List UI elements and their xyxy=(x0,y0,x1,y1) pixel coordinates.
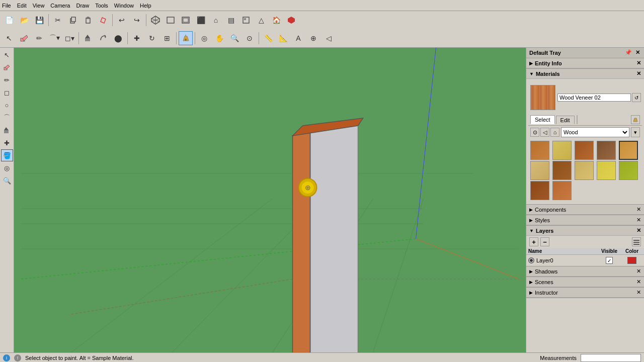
line-tool-left[interactable]: ✏ xyxy=(1,74,13,86)
swatch-7[interactable] xyxy=(552,161,572,180)
styles-header[interactable]: ▶ Styles ✕ xyxy=(526,215,644,225)
menu-camera[interactable]: Camera xyxy=(50,3,70,9)
scale-tool[interactable]: ⊞ xyxy=(160,31,174,45)
entity-info-close[interactable]: ✕ xyxy=(636,60,641,66)
layer-settings-button[interactable] xyxy=(632,237,641,246)
cut-button[interactable]: ✂ xyxy=(51,13,65,27)
swatch-8[interactable] xyxy=(575,161,594,180)
follow-me-tool[interactable] xyxy=(96,31,110,45)
ruby-button[interactable] xyxy=(284,13,298,27)
top-view-button[interactable]: ⬛ xyxy=(194,13,208,27)
swatch-2[interactable] xyxy=(552,141,572,160)
styles-close[interactable]: ✕ xyxy=(636,217,641,223)
menu-help[interactable]: Help xyxy=(140,3,151,9)
layer-color-0[interactable] xyxy=(627,257,636,264)
zoom-extent-tool[interactable]: ⊙ xyxy=(243,31,257,45)
swatch-12[interactable] xyxy=(552,181,572,200)
pan-tool[interactable]: ✋ xyxy=(212,31,226,45)
layers-header[interactable]: ▼ Layers ✕ xyxy=(526,226,644,236)
menu-tools[interactable]: Tools xyxy=(95,3,108,9)
erase-button[interactable] xyxy=(96,13,110,27)
mat-home-icon[interactable]: ⊙ xyxy=(530,128,539,137)
status-warning-icon[interactable]: ! xyxy=(14,354,21,361)
tab-select[interactable]: Select xyxy=(530,115,555,124)
layer-add-button[interactable]: + xyxy=(529,237,538,246)
scenes-header[interactable]: ▶ Scenes ✕ xyxy=(526,277,644,287)
select-tool-button[interactable]: ↖ xyxy=(2,31,16,45)
new-button[interactable]: 📄 xyxy=(2,13,16,27)
pencil-tool-button[interactable]: ✏ xyxy=(32,31,46,45)
swatch-9[interactable] xyxy=(597,161,616,180)
back-view-button[interactable] xyxy=(179,13,193,27)
mat-back-icon[interactable]: ◁ xyxy=(540,128,549,137)
tray-close-icon[interactable]: ✕ xyxy=(634,49,641,56)
save-button[interactable]: 💾 xyxy=(32,13,46,27)
home-button[interactable]: ⌂ xyxy=(209,13,223,27)
paste-button[interactable] xyxy=(81,13,95,27)
circle-tool-left[interactable]: ○ xyxy=(1,99,13,111)
rotate-tool[interactable]: ↻ xyxy=(145,31,159,45)
eraser-tool-button[interactable] xyxy=(17,31,31,45)
material-category-dropdown[interactable]: Wood Brick Concrete Glass Metal Stone xyxy=(561,127,629,137)
viewport[interactable]: ⊕ xyxy=(14,48,526,352)
menu-draw[interactable]: Draw xyxy=(76,3,89,9)
move-tool-left[interactable]: ✚ xyxy=(1,137,13,149)
instructor-close[interactable]: ✕ xyxy=(636,289,641,296)
redo-button[interactable]: ↪ xyxy=(130,13,144,27)
paint-tool-left[interactable]: 🪣 xyxy=(1,149,13,161)
scenes-close[interactable]: ✕ xyxy=(636,279,641,285)
swatch-1[interactable] xyxy=(530,141,549,160)
material-reload-btn[interactable]: ↺ xyxy=(632,93,641,102)
menu-edit[interactable]: Edit xyxy=(17,3,27,9)
copy-button[interactable] xyxy=(66,13,80,27)
axes-tool[interactable]: ⊕ xyxy=(306,31,320,45)
components-close[interactable]: ✕ xyxy=(636,206,641,213)
entity-info-header[interactable]: ▶ Entity Info ✕ xyxy=(526,58,644,68)
open-button[interactable]: 📂 xyxy=(17,13,31,27)
instructor-header[interactable]: ▶ Instructor ✕ xyxy=(526,288,644,298)
zoom-tool[interactable]: 🔍 xyxy=(227,31,242,45)
push-pull-tool[interactable] xyxy=(81,31,95,45)
layer-radio-0[interactable] xyxy=(528,257,534,263)
layer-checkbox-0[interactable]: ✓ xyxy=(606,257,613,264)
zoom-tool-left[interactable]: 🔍 xyxy=(1,174,13,187)
paint-tool-button[interactable] xyxy=(179,31,193,45)
swatch-3[interactable] xyxy=(575,141,594,160)
swatch-6[interactable] xyxy=(530,161,549,180)
orbit-tool-left[interactable]: ◎ xyxy=(1,162,13,174)
menu-view[interactable]: View xyxy=(33,3,45,9)
select-tool-left[interactable]: ↖ xyxy=(1,49,13,61)
undo-button[interactable]: ↩ xyxy=(115,13,129,27)
materials-close[interactable]: ✕ xyxy=(636,70,641,77)
geo-location-button[interactable]: △ xyxy=(254,13,268,27)
offset-tool[interactable]: ⬤ xyxy=(111,31,125,45)
tab-edit[interactable]: Edit xyxy=(556,116,575,124)
layer-delete-button[interactable]: − xyxy=(540,237,549,246)
swatch-4[interactable] xyxy=(597,141,616,160)
model-info-button[interactable] xyxy=(239,13,253,27)
rect-dropdown[interactable]: ◻▾ xyxy=(62,31,76,45)
measurements-input[interactable] xyxy=(581,354,641,362)
tab-paint-btn[interactable] xyxy=(631,115,640,124)
building-button[interactable]: 🏠 xyxy=(269,13,283,27)
pushpull-tool-left[interactable] xyxy=(1,124,13,136)
mat-dropdown-arrow[interactable]: ▾ xyxy=(631,127,640,137)
dimension-tool[interactable]: ◁ xyxy=(321,31,336,45)
materials-header[interactable]: ▼ Materials ✕ xyxy=(526,69,644,79)
status-info-icon[interactable]: i xyxy=(3,354,10,361)
mat-house-icon[interactable]: ⌂ xyxy=(550,128,559,137)
move-tool[interactable]: ✚ xyxy=(130,31,144,45)
tray-pin-icon[interactable]: 📌 xyxy=(625,49,632,56)
layers-close[interactable]: ✕ xyxy=(636,227,641,234)
shadows-close[interactable]: ✕ xyxy=(636,268,641,275)
rectangle-tool-left[interactable]: ◻ xyxy=(1,86,13,99)
orbit-tool[interactable]: ◎ xyxy=(197,31,211,45)
iso-view-button[interactable] xyxy=(148,13,163,27)
swatch-11[interactable] xyxy=(530,181,549,200)
shadows-header[interactable]: ▶ Shadows ✕ xyxy=(526,266,644,277)
material-name-input[interactable] xyxy=(557,94,631,102)
protractor-tool[interactable]: 📐 xyxy=(276,31,290,45)
swatch-10[interactable] xyxy=(619,161,638,180)
arc-dropdown[interactable]: ⌒▾ xyxy=(47,31,61,45)
text-tool[interactable]: A xyxy=(291,31,305,45)
